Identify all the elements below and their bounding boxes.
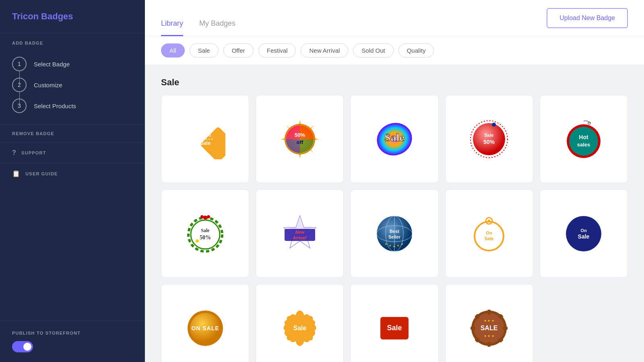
support-icon: ?: [12, 149, 17, 156]
user-guide-icon: 📋: [12, 170, 21, 177]
svg-text:★: ★: [385, 243, 387, 245]
svg-text:Seller: Seller: [388, 234, 401, 239]
svg-text:Sale: Sale: [387, 324, 402, 332]
svg-text:50%: 50%: [295, 132, 305, 138]
add-badge-label: ADD BADGE: [0, 33, 145, 49]
sale-badge-grid: 50% Sale: [161, 95, 628, 362]
badge-sale-10-img: On Sale: [564, 214, 604, 254]
step-2-circle: 2: [12, 78, 27, 92]
badge-sale-6[interactable]: Sale 50%: [161, 189, 249, 278]
badge-sale-2-img: 50% off: [280, 119, 320, 159]
badge-sale-5[interactable]: Hot sales: [540, 95, 628, 183]
badge-sale-2[interactable]: 50% off: [256, 95, 344, 183]
step-2-label: Customize: [34, 82, 62, 88]
tab-my-badges[interactable]: My Badges: [199, 19, 235, 36]
svg-text:off: off: [296, 139, 303, 145]
badge-sale-12-img: Sale: [280, 308, 320, 348]
remove-badge-menu[interactable]: REMOVE BADGE: [0, 125, 145, 142]
svg-text:★: ★: [401, 243, 403, 245]
svg-text:ON SALE: ON SALE: [191, 325, 219, 331]
step-1-label: Select Badge: [34, 61, 70, 68]
filter-sale[interactable]: Sale: [190, 43, 219, 58]
remove-badge-label: REMOVE BADGE: [12, 131, 54, 136]
svg-point-25: [569, 127, 598, 156]
filter-all[interactable]: All: [161, 43, 185, 58]
svg-text:50%: 50%: [483, 139, 495, 145]
upload-new-badge-button[interactable]: Upload New Badge: [547, 8, 628, 28]
badge-sale-6-img: Sale 50%: [185, 214, 225, 254]
svg-text:★: ★: [389, 244, 391, 247]
badge-sale-8[interactable]: Best Seller ★ ★ ★ ★ ★: [350, 189, 438, 278]
badge-sale-14-img: ★ ★ ★ SALE ★ ★ ★: [469, 308, 509, 348]
publish-label: PUBLISH TO STOREFRONT: [12, 331, 133, 335]
badge-sale-11[interactable]: ON SALE: [161, 284, 249, 362]
user-guide-menu[interactable]: 📋 USER GUIDE: [0, 163, 145, 184]
step-3[interactable]: 3 Select Products: [12, 95, 133, 116]
badge-sale-9-img: On Sale: [469, 214, 509, 254]
badge-sale-11-img: ON SALE: [185, 308, 225, 348]
step-3-circle: 3: [12, 99, 27, 113]
badge-sale-5-img: Hot sales: [564, 119, 604, 159]
step-1-circle: 1: [12, 57, 27, 71]
badge-sale-13[interactable]: Sale: [350, 284, 438, 362]
filter-offer[interactable]: Offer: [223, 43, 254, 58]
badge-sale-7-img: New Arrival!: [280, 214, 320, 254]
sidebar: Tricon Badges ADD BADGE 1 Select Badge 2…: [0, 0, 145, 362]
svg-text:★: ★: [397, 244, 399, 247]
svg-text:Sale: Sale: [485, 133, 494, 138]
svg-text:Sale: Sale: [293, 325, 306, 331]
filter-new-arrival[interactable]: New Arrival: [301, 43, 348, 58]
badge-sale-3-img: Sale: [374, 119, 415, 159]
sale-section-title: Sale: [161, 77, 628, 88]
badge-sale-1-img: 50% Sale: [185, 119, 225, 159]
filter-quality[interactable]: Quality: [398, 43, 434, 58]
header: Library My Badges Upload New Badge: [145, 0, 644, 36]
filter-festival[interactable]: Festival: [258, 43, 296, 58]
badge-sale-10[interactable]: On Sale: [540, 189, 628, 278]
svg-text:★  ★  ★: ★ ★ ★: [484, 334, 494, 338]
sidebar-bottom: PUBLISH TO STOREFRONT: [0, 321, 145, 362]
badge-sale-8-img: Best Seller ★ ★ ★ ★ ★: [374, 214, 415, 254]
svg-point-29: [203, 216, 207, 220]
svg-text:50%: 50%: [200, 234, 211, 241]
svg-rect-68: [487, 310, 491, 315]
svg-rect-70: [471, 327, 475, 330]
svg-point-35: [196, 239, 199, 243]
svg-text:Sale: Sale: [384, 131, 405, 144]
badge-sale-14[interactable]: ★ ★ ★ SALE ★ ★ ★: [445, 284, 533, 362]
badge-sale-13-img: Sale: [374, 308, 415, 348]
badge-sale-7[interactable]: New Arrival!: [256, 189, 344, 278]
svg-text:sales: sales: [577, 142, 590, 148]
svg-text:On: On: [581, 228, 587, 233]
badge-sale-3[interactable]: Sale: [350, 95, 438, 183]
tab-library[interactable]: Library: [161, 19, 183, 36]
support-label: SUPPORT: [21, 150, 46, 155]
step-2[interactable]: 2 Customize: [12, 74, 133, 95]
svg-text:Sale: Sale: [200, 140, 211, 146]
support-menu[interactable]: ? SUPPORT: [0, 143, 145, 163]
svg-point-20: [492, 123, 496, 127]
svg-text:Hot: Hot: [579, 134, 589, 140]
svg-text:Best: Best: [390, 229, 399, 234]
app-title: Tricon Badges: [0, 0, 145, 33]
badge-sale-12[interactable]: Sale: [256, 284, 344, 362]
svg-text:SALE: SALE: [481, 325, 498, 331]
badge-content: Sale 50% Sale: [145, 65, 644, 362]
filter-sold-out[interactable]: Sold Out: [353, 43, 393, 58]
badge-sale-9[interactable]: On Sale: [445, 189, 533, 278]
svg-point-30: [207, 215, 210, 218]
svg-text:50%: 50%: [200, 132, 211, 138]
svg-text:Arrival!: Arrival!: [292, 236, 307, 240]
svg-text:★  ★  ★: ★ ★ ★: [484, 319, 494, 323]
filter-bar: All Sale Offer Festival New Arrival Sold…: [145, 36, 644, 65]
publish-toggle[interactable]: [12, 341, 33, 352]
header-tabs: Library My Badges: [161, 0, 235, 36]
step-1[interactable]: 1 Select Badge: [12, 53, 133, 74]
svg-text:Sale: Sale: [201, 228, 210, 233]
svg-text:Sale: Sale: [485, 236, 494, 241]
badge-sale-4-img: Sale 50%: [469, 119, 509, 159]
svg-text:On: On: [486, 230, 493, 235]
badge-sale-4[interactable]: Sale 50%: [445, 95, 533, 183]
badge-sale-1[interactable]: 50% Sale: [161, 95, 249, 183]
svg-point-31: [200, 215, 204, 218]
